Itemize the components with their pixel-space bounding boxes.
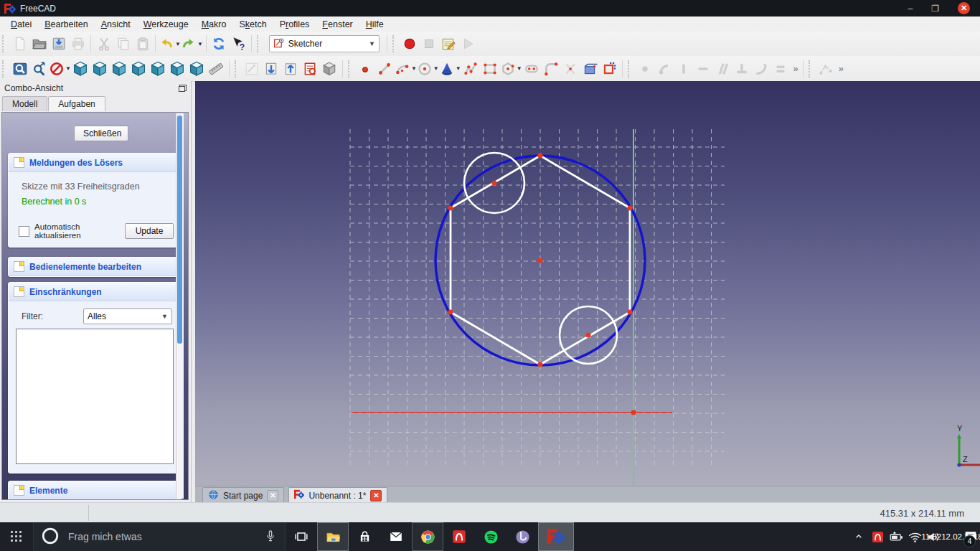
sketch-vertex-point[interactable] bbox=[491, 180, 496, 185]
solver-section-header[interactable]: Meldungen des Lösers bbox=[9, 154, 181, 172]
auto-update-checkbox[interactable] bbox=[19, 226, 29, 237]
redo-icon[interactable]: ▼ bbox=[181, 34, 203, 54]
reorient-sketch-icon[interactable] bbox=[320, 59, 339, 78]
toolbar-handle[interactable] bbox=[2, 60, 7, 77]
sketch-vertex-point[interactable] bbox=[627, 309, 632, 314]
measure-distance-icon[interactable] bbox=[207, 59, 226, 78]
microsoft-store-button[interactable] bbox=[349, 522, 380, 551]
menu-hilfe[interactable]: Hilfe bbox=[359, 18, 390, 31]
tab-start-page[interactable]: Start page ✕ bbox=[202, 487, 284, 503]
macro-edit-icon[interactable] bbox=[439, 34, 458, 54]
map-sketch-icon[interactable] bbox=[301, 59, 320, 78]
sketch-vertex-point[interactable] bbox=[631, 410, 636, 415]
3d-viewport[interactable]: YXZ bbox=[195, 81, 980, 486]
tray-expand-icon[interactable] bbox=[849, 522, 868, 551]
rear-view-icon[interactable] bbox=[149, 59, 168, 78]
bittorrent-button[interactable] bbox=[507, 522, 538, 551]
circle-icon[interactable]: ▼ bbox=[417, 59, 439, 78]
sketch-vertex-point[interactable] bbox=[448, 205, 453, 210]
menu-werkzeuge[interactable]: Werkzeuge bbox=[137, 18, 195, 31]
fillet-icon[interactable] bbox=[542, 59, 561, 78]
close-task-button[interactable]: Schließen bbox=[74, 126, 128, 141]
filter-combobox[interactable]: Alles ▼ bbox=[83, 309, 172, 324]
sketch-vertex-point[interactable] bbox=[585, 332, 590, 337]
sketch-vertex-point[interactable] bbox=[448, 309, 453, 314]
close-tab-icon[interactable]: ✕ bbox=[267, 490, 278, 501]
constraints-header[interactable]: Einschränkungen bbox=[9, 283, 181, 301]
line-icon[interactable] bbox=[375, 59, 395, 78]
save-icon[interactable] bbox=[49, 34, 68, 54]
top-view-icon[interactable] bbox=[110, 59, 129, 78]
leave-sketch-icon[interactable] bbox=[262, 59, 281, 78]
toolbar-handle[interactable] bbox=[392, 35, 397, 52]
tab-unbenannt[interactable]: Unbenannt : 1* ✕ bbox=[288, 487, 387, 503]
toolbar-handle[interactable] bbox=[348, 60, 353, 77]
menu-makro[interactable]: Makro bbox=[195, 18, 233, 31]
chrome-button[interactable] bbox=[412, 522, 443, 551]
update-button[interactable]: Update bbox=[125, 223, 174, 239]
arc-icon[interactable]: ▼ bbox=[395, 59, 417, 78]
front-view-icon[interactable] bbox=[90, 59, 110, 78]
slot-icon[interactable] bbox=[522, 59, 542, 78]
polyline-icon[interactable] bbox=[461, 59, 481, 78]
workbench-selector[interactable]: Sketcher ▼ bbox=[269, 35, 380, 52]
task-view-button[interactable] bbox=[286, 522, 317, 551]
toolbar-overflow-icon[interactable]: » bbox=[836, 63, 845, 74]
sketch-vertex-point[interactable] bbox=[537, 362, 542, 367]
elements-header[interactable]: Elemente bbox=[9, 481, 181, 500]
open-file-icon[interactable] bbox=[29, 34, 49, 54]
battery-icon[interactable] bbox=[887, 522, 905, 551]
draw-style-icon[interactable]: ▼ bbox=[49, 59, 71, 78]
panel-scrollbar-thumb[interactable] bbox=[177, 116, 182, 344]
spotify-button[interactable] bbox=[475, 522, 507, 551]
toolbar-handle[interactable] bbox=[235, 60, 240, 77]
fit-all-icon[interactable] bbox=[10, 59, 29, 78]
tab-modell[interactable]: Modell bbox=[2, 96, 47, 111]
external-geometry-icon[interactable] bbox=[580, 59, 600, 78]
view-sketch-icon[interactable] bbox=[281, 59, 301, 78]
sketch-vertex-point[interactable] bbox=[627, 205, 632, 210]
freecad-taskbar-button[interactable] bbox=[538, 522, 574, 551]
sketch-canvas[interactable]: YXZ bbox=[195, 81, 980, 486]
minimize-button[interactable]: – bbox=[908, 4, 913, 13]
action-center-button[interactable]: 4 bbox=[961, 522, 980, 551]
left-view-icon[interactable] bbox=[187, 59, 207, 78]
mail-button[interactable] bbox=[380, 522, 412, 551]
menu-fenster[interactable]: Fenster bbox=[316, 18, 359, 31]
menu-datei[interactable]: Datei bbox=[4, 18, 38, 31]
rectangle-icon[interactable] bbox=[481, 59, 500, 78]
toolbar-handle[interactable] bbox=[809, 60, 814, 77]
close-tab-icon[interactable]: ✕ bbox=[370, 490, 382, 501]
sketch-vertex-point[interactable] bbox=[537, 258, 542, 263]
menu-ansicht[interactable]: Ansicht bbox=[95, 18, 137, 31]
tab-aufgaben[interactable]: Aufgaben bbox=[48, 96, 105, 111]
panel-scrollbar[interactable] bbox=[176, 113, 184, 499]
trim-icon[interactable] bbox=[561, 59, 580, 78]
sketch-vertex-point[interactable] bbox=[537, 153, 542, 158]
bottom-view-icon[interactable] bbox=[168, 59, 187, 78]
constraints-list[interactable] bbox=[16, 329, 174, 464]
menu-profiles[interactable]: Profiles bbox=[273, 18, 316, 31]
menu-bearbeiten[interactable]: Bearbeiten bbox=[38, 18, 94, 31]
taskbar-clock[interactable]: 11:52 12.02.2018 bbox=[943, 522, 961, 551]
right-view-icon[interactable] bbox=[129, 59, 149, 78]
toolbar-handle[interactable] bbox=[2, 35, 7, 52]
whats-this-icon[interactable]: ? bbox=[229, 34, 248, 54]
avira-tray-icon[interactable] bbox=[868, 522, 887, 551]
float-panel-icon[interactable] bbox=[179, 85, 187, 92]
edit-controls-header[interactable]: Bedienelemente bearbeiten bbox=[9, 258, 181, 276]
point-icon[interactable] bbox=[356, 59, 375, 78]
microphone-icon[interactable] bbox=[263, 529, 278, 545]
undo-icon[interactable]: ▼ bbox=[159, 34, 181, 54]
polygon-icon[interactable]: ▼ bbox=[500, 59, 522, 78]
cortana-search-box[interactable]: Frag mich etwas bbox=[33, 522, 286, 551]
axonometric-view-icon[interactable] bbox=[71, 59, 90, 78]
menu-sketch[interactable]: Sketch bbox=[232, 18, 273, 31]
macro-record-icon[interactable] bbox=[400, 34, 420, 54]
close-button[interactable]: ✕ bbox=[958, 2, 970, 14]
avira-button[interactable] bbox=[443, 522, 475, 551]
toolbar-handle[interactable] bbox=[628, 60, 633, 77]
toolbar-overflow-icon[interactable]: » bbox=[791, 63, 800, 74]
start-button[interactable] bbox=[0, 522, 33, 551]
file-explorer-button[interactable] bbox=[317, 522, 349, 551]
